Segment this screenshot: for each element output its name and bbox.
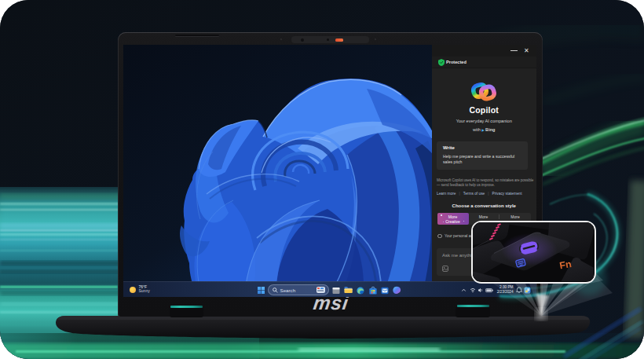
svg-text:Fn: Fn <box>558 258 572 271</box>
